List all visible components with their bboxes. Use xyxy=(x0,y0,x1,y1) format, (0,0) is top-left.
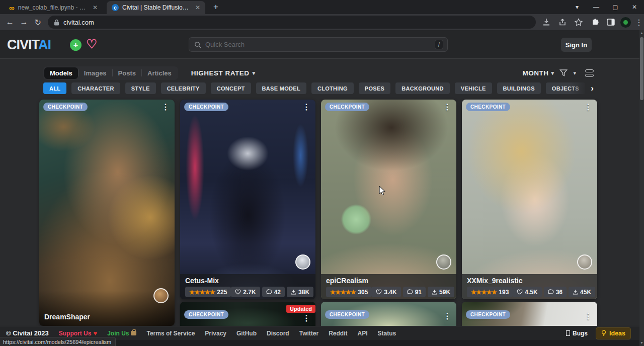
scroll-up-arrow[interactable]: ▲ xyxy=(639,30,644,36)
chip-concept[interactable]: CONCEPT xyxy=(211,82,251,94)
content-nav-row: Models Images Posts Articles HIGHEST RAT… xyxy=(43,66,594,80)
model-title: XXMix_9realistic xyxy=(467,277,592,285)
discord-link[interactable]: Discord xyxy=(267,330,289,337)
card-menu-kebab-icon[interactable]: ⋮ xyxy=(584,312,592,321)
sign-in-button[interactable]: Sign In xyxy=(561,38,592,52)
card-menu-kebab-icon[interactable]: ⋮ xyxy=(302,103,310,112)
model-type-badge: CHECKPOINT xyxy=(184,310,228,319)
browser-tab-colab[interactable]: ∞ new_colab_file.ipynb - Colaborat ✕ xyxy=(4,1,103,14)
model-type-badge: CHECKPOINT xyxy=(466,310,510,319)
scrollbar-thumb[interactable] xyxy=(640,37,643,100)
upload-plus-button[interactable]: + xyxy=(70,39,82,51)
card-menu-kebab-icon[interactable]: ⋮ xyxy=(162,103,170,112)
chip-background[interactable]: BACKGROUND xyxy=(395,82,450,94)
chevron-down-icon: ▾ xyxy=(551,70,554,76)
chips-overflow-scroll[interactable]: › xyxy=(570,82,595,95)
creator-avatar[interactable] xyxy=(153,288,169,303)
search-input[interactable] xyxy=(205,41,435,48)
favorites-heart-icon[interactable]: ♡ xyxy=(86,37,97,51)
chip-celebrity[interactable]: CELEBRITY xyxy=(161,82,206,94)
address-bar[interactable]: civitai.com xyxy=(48,16,536,29)
share-icon[interactable] xyxy=(556,18,569,27)
reddit-link[interactable]: Reddit xyxy=(329,330,347,337)
period-dropdown[interactable]: MONTH ▾ xyxy=(522,69,554,77)
extensions-puzzle-icon[interactable] xyxy=(588,18,601,27)
civitai-logo[interactable]: CIVITAI xyxy=(7,37,51,53)
chip-buildings[interactable]: BUILDINGS xyxy=(497,82,541,94)
downloads-pill: 45K xyxy=(569,287,595,297)
creator-avatar[interactable] xyxy=(577,254,592,270)
chevron-down-icon[interactable]: ▾ xyxy=(573,70,576,76)
support-us-label: Support Us xyxy=(59,330,92,337)
tab-articles[interactable]: Articles xyxy=(142,67,177,79)
tab-search-icon[interactable]: ▾ xyxy=(568,4,587,11)
downloads-count: 38K xyxy=(298,289,309,296)
chip-style[interactable]: STYLE xyxy=(125,82,156,94)
close-button[interactable]: ✕ xyxy=(625,4,644,11)
chip-character[interactable]: CHARACTER xyxy=(71,82,120,94)
card-menu-kebab-icon[interactable]: ⋮ xyxy=(443,103,451,112)
page-scrollbar[interactable]: ▲ ▼ xyxy=(639,30,644,346)
terms-link[interactable]: Terms of Service xyxy=(146,330,195,337)
chip-clothing[interactable]: CLOTHING xyxy=(311,82,354,94)
scroll-down-arrow[interactable]: ▼ xyxy=(639,340,644,346)
tab-posts[interactable]: Posts xyxy=(113,67,141,79)
creator-avatar[interactable] xyxy=(295,254,310,270)
chip-base-model[interactable]: BASE MODEL xyxy=(256,82,306,94)
heart-icon xyxy=(376,289,382,295)
downloads-pill: 38K xyxy=(287,287,313,297)
card-menu-kebab-icon[interactable]: ⋮ xyxy=(584,103,592,112)
github-link[interactable]: GitHub xyxy=(236,330,257,337)
maximize-button[interactable]: ▢ xyxy=(606,4,625,11)
status-link[interactable]: Status xyxy=(378,330,396,337)
ideas-button[interactable]: Ideas xyxy=(596,327,631,339)
likes-count: 3.4K xyxy=(384,289,396,296)
card-menu-kebab-icon[interactable]: ⋮ xyxy=(302,314,310,323)
download-icon xyxy=(291,289,296,295)
model-card-epicrealism[interactable]: CHECKPOINT ⋮ epiCRealism ★★★★★305 3.4K 9… xyxy=(321,100,456,299)
quick-search-box[interactable]: / xyxy=(189,37,448,52)
card-menu-kebab-icon[interactable]: ⋮ xyxy=(443,312,451,321)
heart-icon xyxy=(517,289,523,295)
bugs-link[interactable]: Bugs xyxy=(566,330,588,337)
reload-button[interactable]: ↻ xyxy=(31,18,45,27)
model-card-partial[interactable]: CHECKPOINT ⋮ xyxy=(462,302,597,326)
creator-avatar[interactable] xyxy=(436,254,451,270)
tab-models[interactable]: Models xyxy=(44,67,78,79)
forward-button[interactable]: → xyxy=(17,18,31,27)
browser-menu-kebab-icon[interactable]: ⋮ xyxy=(634,18,644,27)
join-us-link[interactable]: Join Us xyxy=(107,330,136,337)
new-tab-button[interactable]: + xyxy=(210,2,221,14)
sort-dropdown[interactable]: HIGHEST RATED ▾ xyxy=(191,69,256,77)
download-page-icon[interactable] xyxy=(540,18,553,27)
model-card-partial[interactable]: Updated CHECKPOINT ⋮ xyxy=(180,302,315,326)
browser-window: ∞ new_colab_file.ipynb - Colaborat ✕ c C… xyxy=(0,0,644,346)
tab-close-icon[interactable]: ✕ xyxy=(194,4,201,11)
support-us-link[interactable]: Support Us♥ xyxy=(59,329,97,337)
model-card-partial[interactable]: CHECKPOINT ⋮ xyxy=(321,302,456,326)
minimize-button[interactable]: — xyxy=(587,4,606,11)
privacy-link[interactable]: Privacy xyxy=(205,330,226,337)
layout-bar xyxy=(585,69,594,72)
model-card-xxmix9realistic[interactable]: CHECKPOINT ⋮ XXMix_9realistic ★★★★★193 4… xyxy=(462,100,597,299)
layout-toggle-icon[interactable] xyxy=(585,69,594,77)
browser-tab-civitai[interactable]: c Civitai | Stable Diffusion models, ✕ xyxy=(107,1,205,14)
model-card-cetus-mix[interactable]: CHECKPOINT ⋮ Cetus-Mix ★★★★★225 2.7K 42 … xyxy=(180,100,315,299)
filter-funnel-icon[interactable] xyxy=(559,68,568,77)
side-panel-icon[interactable] xyxy=(604,18,617,27)
tab-close-icon[interactable]: ✕ xyxy=(92,4,99,11)
back-button[interactable]: ← xyxy=(3,18,17,27)
browser-profile-avatar[interactable] xyxy=(620,17,631,28)
model-card-dreamshaper[interactable]: CHECKPOINT ⋮ DreamShaper xyxy=(39,100,175,326)
bookmark-star-icon[interactable] xyxy=(572,18,585,27)
chip-vehicle[interactable]: VEHICLE xyxy=(455,82,492,94)
content-type-tabs: Models Images Posts Articles xyxy=(43,66,178,80)
chip-all[interactable]: ALL xyxy=(43,82,66,94)
api-link[interactable]: API xyxy=(358,330,368,337)
bugs-label: Bugs xyxy=(573,330,588,337)
twitter-link[interactable]: Twitter xyxy=(299,330,318,337)
tab-images[interactable]: Images xyxy=(78,67,112,79)
comment-icon xyxy=(407,289,413,295)
chip-poses[interactable]: POSES xyxy=(359,82,390,94)
likes-pill: 3.4K xyxy=(372,287,400,297)
